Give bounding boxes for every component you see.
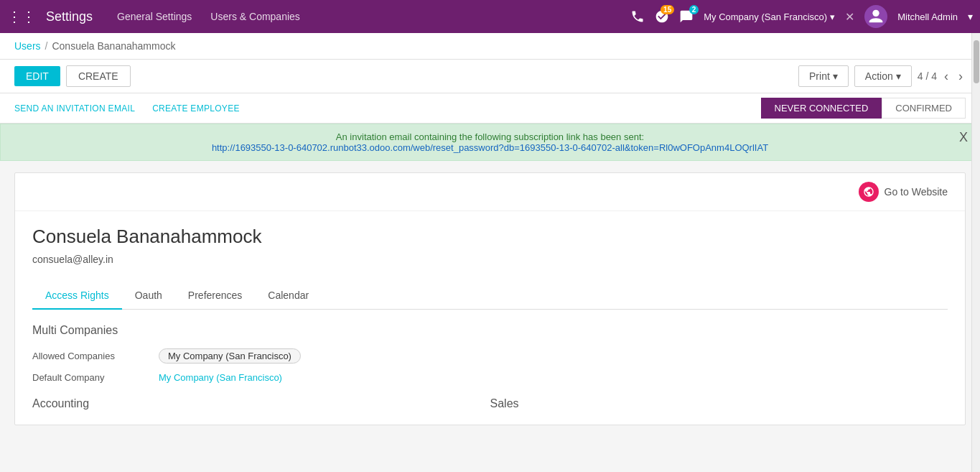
notification-close-button[interactable]: X (959, 130, 968, 145)
default-company-value: My Company (San Francisco) (159, 372, 282, 383)
default-company-link[interactable]: My Company (San Francisco) (159, 372, 282, 383)
edit-button[interactable]: EDIT (14, 66, 60, 86)
accounting-section: Accounting (32, 397, 490, 410)
action-links-bar: SEND AN INVITATION EMAIL CREATE EMPLOYEE… (0, 93, 980, 124)
breadcrumb: Users / Consuela Bananahammock (0, 33, 980, 60)
scrollbar[interactable] (971, 33, 980, 437)
content-card: Go to Website Consuela Bananahammock con… (14, 172, 966, 425)
company-tag[interactable]: My Company (San Francisco) (159, 348, 301, 364)
allowed-companies-value: My Company (San Francisco) (159, 348, 301, 364)
pagination: 4 / 4 ‹ › (918, 68, 966, 85)
breadcrumb-separator: / (45, 40, 48, 52)
company-selector[interactable]: My Company (San Francisco) ▾ (704, 11, 835, 22)
main-content: Go to Website Consuela Bananahammock con… (0, 161, 980, 437)
go-to-website-button[interactable]: Go to Website (859, 182, 948, 202)
activity-icon[interactable]: 15 (655, 9, 669, 24)
status-tab-never-connected[interactable]: NEVER CONNECTED (761, 98, 882, 119)
content-tabs: Access Rights Oauth Preferences Calendar (32, 282, 948, 310)
allowed-companies-label: Allowed Companies (32, 351, 147, 361)
phone-icon[interactable] (630, 9, 645, 24)
user-display-name: Consuela Bananahammock (32, 226, 948, 248)
multi-companies-title: Multi Companies (32, 324, 948, 337)
status-tab-confirmed[interactable]: CONFIRMED (882, 98, 966, 119)
breadcrumb-current: Consuela Bananahammock (52, 40, 175, 52)
app-title: Settings (46, 9, 93, 24)
card-header: Go to Website (15, 173, 965, 211)
user-email-display: consuela@alley.in (32, 254, 948, 265)
page-prev-button[interactable]: ‹ (941, 68, 951, 85)
navbar: ⋮⋮ Settings General Settings Users & Com… (0, 0, 980, 33)
scrollbar-thumb[interactable] (974, 40, 979, 83)
breadcrumb-parent[interactable]: Users (14, 40, 41, 52)
create-employee-link[interactable]: CREATE EMPLOYEE (152, 101, 246, 116)
avatar[interactable] (864, 5, 887, 28)
notification-message: An invitation email containing the follo… (15, 131, 965, 142)
default-company-label: Default Company (32, 372, 147, 383)
sales-title: Sales (490, 397, 948, 410)
grid-icon[interactable]: ⋮⋮ (7, 8, 36, 25)
sales-section: Sales (490, 397, 948, 410)
navbar-icons: 15 2 My Company (San Francisco) ▾ ✕ Mitc… (630, 5, 973, 28)
allowed-companies-row: Allowed Companies My Company (San Franci… (32, 348, 948, 364)
globe-icon (859, 182, 879, 202)
tab-oauth[interactable]: Oauth (122, 282, 175, 310)
user-name-nav[interactable]: Mitchell Admin (897, 11, 958, 22)
message-icon[interactable]: 2 (679, 9, 694, 24)
toolbar: EDIT CREATE Print ▾ Action ▾ 4 / 4 ‹ › (0, 60, 980, 93)
print-button[interactable]: Print ▾ (798, 65, 849, 87)
tab-preferences[interactable]: Preferences (175, 282, 255, 310)
send-invitation-link[interactable]: SEND AN INVITATION EMAIL (14, 101, 141, 116)
navbar-link-users-companies[interactable]: Users & Companies (205, 11, 306, 22)
action-button[interactable]: Action ▾ (854, 65, 912, 87)
notification-banner: An invitation email containing the follo… (0, 124, 980, 161)
navbar-link-general-settings[interactable]: General Settings (111, 11, 197, 22)
default-company-row: Default Company My Company (San Francisc… (32, 372, 948, 383)
create-button[interactable]: CREATE (66, 65, 131, 87)
navbar-close-icon[interactable]: ✕ (845, 10, 854, 24)
card-body: Consuela Bananahammock consuela@alley.in… (15, 211, 965, 425)
svg-point-0 (873, 10, 879, 17)
page-next-button[interactable]: › (956, 68, 966, 85)
tab-access-rights[interactable]: Access Rights (32, 282, 122, 310)
two-col-section: Accounting Sales (32, 397, 948, 410)
tab-calendar[interactable]: Calendar (255, 282, 322, 310)
status-tabs: NEVER CONNECTED CONFIRMED (761, 98, 966, 119)
notification-link[interactable]: http://1693550-13-0-640702.runbot33.odoo… (15, 142, 965, 153)
activity-badge: 15 (661, 5, 674, 14)
go-to-website-label: Go to Website (885, 186, 948, 198)
message-badge: 2 (689, 5, 699, 14)
accounting-title: Accounting (32, 397, 490, 410)
